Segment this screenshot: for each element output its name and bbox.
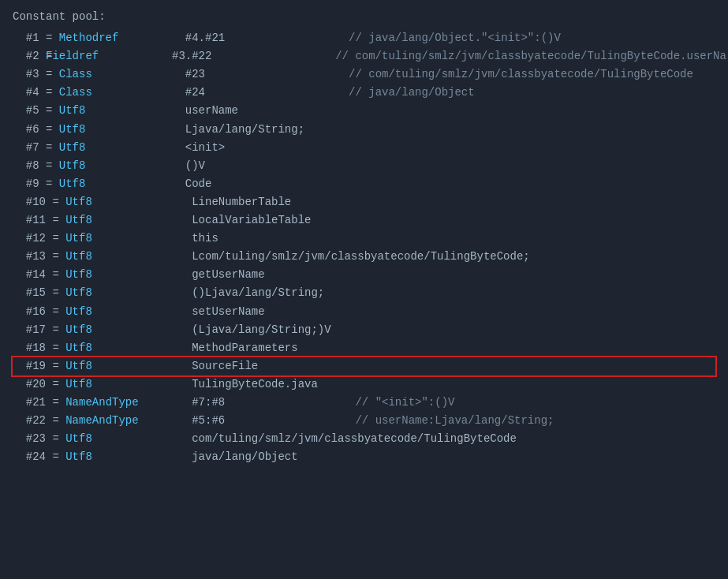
line-comment: // userName:Ljava/lang/String; [302,412,554,430]
line-ref: MethodParameters [192,339,302,357]
line-ref: ()Ljava/lang/String; [192,284,324,302]
header-line: Constant pool: [13,8,715,26]
line-comment: // com/tuling/smlz/jvm/classbyatecode/Tu… [296,65,693,84]
line-index: #21 = [13,394,65,412]
line-ref: SourceFile [192,357,302,375]
code-line: #15 = Utf8()Ljava/lang/String; [13,284,715,302]
line-ref: LocalVariableTable [192,211,311,230]
line-index: #9 = [13,175,59,193]
line-type: Utf8 [65,266,192,284]
line-type: Methodref [59,29,185,47]
line-ref: Ljava/lang/String; [185,121,304,139]
line-type: NameAndType [65,412,192,430]
code-line: #8 = Utf8()V [13,157,715,175]
line-type: Utf8 [65,448,192,466]
line-ref: com/tuling/smlz/jvm/classbyatecode/Tulin… [192,430,517,448]
line-index: #24 = [13,448,65,466]
line-ref: #3.#22 [172,47,282,65]
code-line: #24 = Utf8java/lang/Object [13,448,715,466]
line-ref: setUserName [192,303,302,321]
line-type: Utf8 [59,121,185,139]
line-index: #12 = [13,230,65,248]
code-line: #5 = Utf8userName [13,102,715,120]
line-comment: // com/tuling/smlz/jvm/classbyatecode/Tu… [282,47,726,65]
code-line: #9 = Utf8Code [13,175,715,193]
code-line: #18 = Utf8MethodParameters [13,339,715,357]
line-index: #17 = [13,321,65,339]
line-ref: userName [185,102,296,120]
line-ref: #7:#8 [192,394,302,412]
line-index: #22 = [13,412,65,430]
code-line: #20 = Utf8TulingByteCode.java [13,375,715,394]
line-index: #7 = [13,139,59,157]
line-ref: Code [185,175,296,193]
code-line: #14 = Utf8getUserName [13,266,715,284]
line-type: Utf8 [65,430,192,448]
line-ref: #4.#21 [185,29,296,47]
line-comment: // java/lang/Object."<init>":()V [296,29,561,47]
line-ref: Lcom/tuling/smlz/jvm/classbyatecode/Tuli… [192,248,529,266]
line-ref: #23 [185,65,296,84]
line-comment: // "<init>":()V [302,394,454,412]
line-type: Utf8 [59,175,185,193]
code-line: #16 = Utf8setUserName [13,303,715,321]
line-index: #13 = [13,248,65,266]
line-index: #8 = [13,157,59,175]
code-line: #6 = Utf8Ljava/lang/String; [13,121,715,139]
line-type: Utf8 [65,357,192,375]
code-line: #13 = Utf8Lcom/tuling/smlz/jvm/classbyat… [13,248,715,266]
line-ref: #5:#6 [192,412,302,430]
code-line: #1 = Methodref#4.#21 // java/lang/Object… [13,29,715,47]
line-type: Utf8 [65,375,192,394]
line-type: Utf8 [59,102,185,120]
line-type: Utf8 [65,248,192,266]
code-line: #22 = NameAndType#5:#6 // userName:Ljava… [13,412,715,430]
line-ref: TulingByteCode.java [192,375,318,394]
line-type: Fieldref [46,47,172,65]
line-index: #11 = [13,211,65,230]
line-index: #16 = [13,303,65,321]
line-index: #3 = [13,65,59,84]
line-index: #18 = [13,339,65,357]
line-type: Class [59,65,185,84]
line-type: Utf8 [65,303,192,321]
code-line: #11 = Utf8LocalVariableTable [13,211,715,230]
line-comment: // java/lang/Object [296,84,475,102]
line-ref: #24 [185,84,296,102]
line-ref: java/lang/Object [192,448,302,466]
line-type: Utf8 [65,193,192,211]
line-index: #2 = [13,47,46,65]
code-line: #3 = Class#23 // com/tuling/smlz/jvm/cla… [13,65,715,84]
line-type: Utf8 [65,321,192,339]
code-line: #19 = Utf8SourceFile [13,357,715,375]
line-index: #23 = [13,430,65,448]
line-type: Utf8 [65,339,192,357]
code-line: #21 = NameAndType#7:#8 // "<init>":()V [13,394,715,412]
line-index: #10 = [13,193,65,211]
line-index: #14 = [13,266,65,284]
line-ref: <init> [185,139,296,157]
line-type: NameAndType [65,394,192,412]
code-line: #2 = Fieldref#3.#22 // com/tuling/smlz/j… [13,47,715,65]
code-line: #10 = Utf8LineNumberTable [13,193,715,211]
line-index: #1 = [13,29,59,47]
code-line: #7 = Utf8<init> [13,139,715,157]
line-ref: LineNumberTable [192,193,302,211]
line-ref: (Ljava/lang/String;)V [192,321,330,339]
line-type: Utf8 [59,157,185,175]
lines-container: #1 = Methodref#4.#21 // java/lang/Object… [13,29,715,466]
code-line: #17 = Utf8(Ljava/lang/String;)V [13,321,715,339]
line-type: Utf8 [65,211,192,230]
line-ref: this [192,230,302,248]
line-ref: getUserName [192,266,302,284]
line-index: #4 = [13,84,59,102]
line-index: #5 = [13,102,59,120]
line-index: #20 = [13,375,65,394]
line-type: Utf8 [65,284,192,302]
code-line: #12 = Utf8this [13,230,715,248]
code-line: #4 = Class#24 // java/lang/Object [13,84,715,102]
line-type: Class [59,84,185,102]
line-type: Utf8 [65,230,192,248]
line-ref: ()V [185,157,296,175]
line-index: #19 = [13,357,65,375]
